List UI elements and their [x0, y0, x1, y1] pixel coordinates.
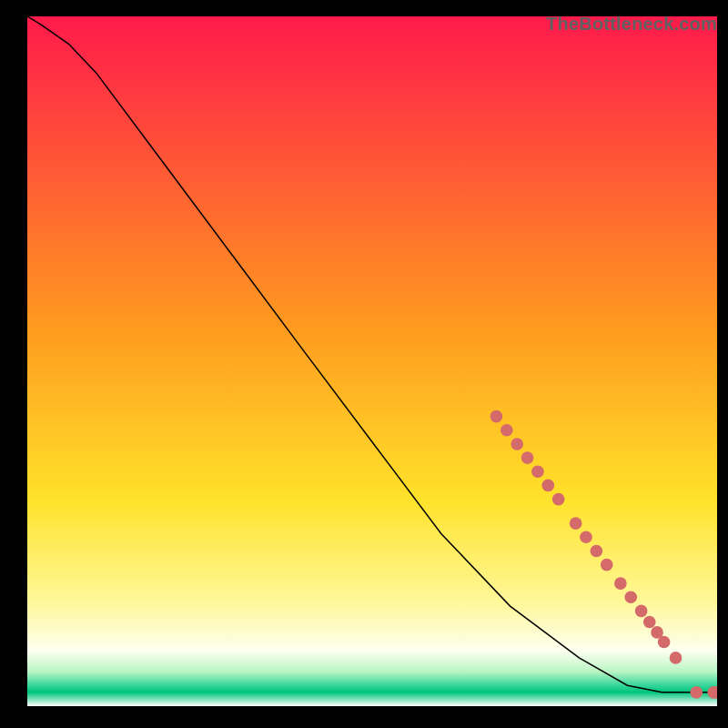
- watermark-text: TheBottleneck.com: [546, 14, 717, 35]
- chart-stage: TheBottleneck.com: [0, 0, 728, 728]
- highlight-marker: [658, 636, 671, 649]
- highlight-marker: [614, 577, 627, 590]
- highlight-marker: [601, 559, 613, 571]
- highlight-marker: [531, 465, 544, 478]
- highlight-marker: [552, 493, 565, 506]
- highlight-marker: [591, 545, 603, 558]
- highlight-marker: [490, 410, 503, 423]
- highlight-marker: [521, 451, 534, 464]
- chart-canvas: TheBottleneck.com: [27, 16, 717, 706]
- highlight-marker: [500, 424, 513, 437]
- highlight-marker: [690, 686, 703, 699]
- highlight-marker: [541, 480, 554, 492]
- highlight-marker: [643, 616, 656, 629]
- highlight-marker: [635, 605, 648, 618]
- highlight-marker: [570, 517, 582, 530]
- chart-svg: [27, 16, 717, 706]
- highlight-marker: [511, 438, 523, 450]
- highlight-marker: [624, 591, 637, 603]
- highlight-marker: [670, 652, 682, 664]
- highlight-marker: [580, 531, 592, 543]
